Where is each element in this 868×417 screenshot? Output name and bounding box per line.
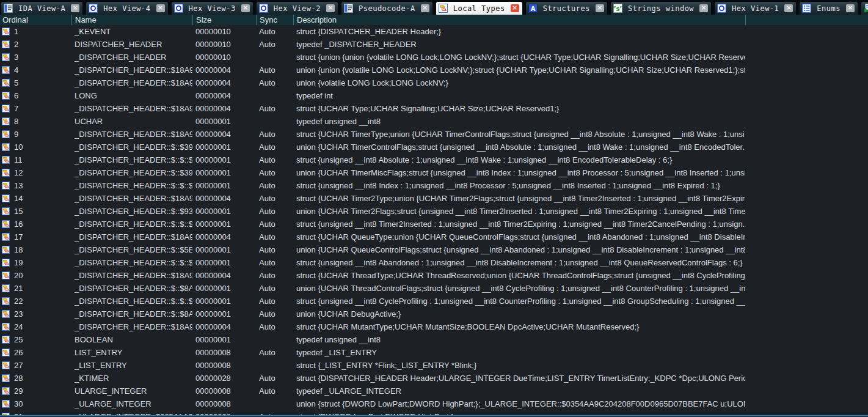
ordinal-value: 15	[14, 207, 23, 216]
column-header-size[interactable]: Size	[192, 15, 256, 25]
tab-close-icon[interactable]: ×	[699, 4, 708, 12]
table-row[interactable]: 19_DISPATCHER_HEADER::$::$::$1...0000000…	[0, 256, 868, 269]
cell-size: 00000001	[192, 245, 256, 254]
table-row[interactable]: 11_DISPATCHER_HEADER::$::$::$C...0000000…	[0, 153, 868, 166]
ordinal-value: 8	[14, 117, 18, 126]
table-row[interactable]: 9_DISPATCHER_HEADER::$18A9...00000004Aut…	[0, 128, 868, 141]
table-row[interactable]: 23_DISPATCHER_HEADER::$::$8A...00000001A…	[0, 308, 868, 320]
tab-close-icon[interactable]: ×	[71, 4, 79, 12]
cell-size: 00000001	[192, 117, 256, 126]
table-row[interactable]: 22_DISPATCHER_HEADER::$::$::$6...0000000…	[0, 295, 868, 308]
tab-local-types[interactable]: Local Types×	[436, 1, 523, 15]
cell-name: _LIST_ENTRY	[71, 361, 192, 370]
table-row[interactable]: 10_DISPATCHER_HEADER::$::$391...00000001…	[0, 141, 868, 153]
cell-ordinal: 19	[0, 258, 71, 267]
hex-view-icon	[174, 4, 183, 13]
table-row[interactable]: 27_LIST_ENTRY00000008struct {_LIST_ENTRY…	[0, 359, 868, 372]
strings-icon: ’s’	[613, 4, 622, 13]
cell-size: 00000008	[192, 348, 256, 357]
cell-description: struct {UCHAR ThreadType;UCHAR ThreadRes…	[293, 271, 745, 280]
cell-name: _DISPATCHER_HEADER::$::$::$1...	[71, 258, 192, 267]
table-row[interactable]: 20_DISPATCHER_HEADER::$18A9...00000004Au…	[0, 269, 868, 282]
type-icon	[2, 361, 10, 369]
tab-enums[interactable]: Enums×	[799, 1, 858, 15]
cell-sync: Auto	[256, 297, 293, 306]
cell-name: _DISPATCHER_HEADER::$::$::$C...	[71, 181, 192, 190]
table-row[interactable]: 7_DISPATCHER_HEADER::$18A9...00000004Aut…	[0, 102, 868, 115]
column-header-description[interactable]: Description	[293, 15, 745, 25]
cell-size: 00000004	[192, 271, 256, 280]
table-row[interactable]: 15_DISPATCHER_HEADER::$::$938...00000001…	[0, 205, 868, 218]
table-row[interactable]: 16_DISPATCHER_HEADER::$::$::$B...0000000…	[0, 218, 868, 231]
tab-structures[interactable]: AStructures×	[525, 1, 608, 15]
tab-close-icon[interactable]: ×	[596, 4, 604, 12]
table-row[interactable]: 2DISPATCHER_HEADER00000010Autotypedef _D…	[0, 38, 868, 51]
table-row[interactable]: 26LIST_ENTRY00000008Autotypedef _LIST_EN…	[0, 346, 868, 359]
table-row[interactable]: 24_DISPATCHER_HEADER::$18A9...00000004Au…	[0, 320, 868, 333]
column-header-ordinal[interactable]: Ordinal	[0, 15, 71, 25]
table-row[interactable]: 17_DISPATCHER_HEADER::$18A9...00000004Au…	[0, 231, 868, 243]
table-row[interactable]: 14_DISPATCHER_HEADER::$18A9...00000004Au…	[0, 192, 868, 205]
cell-description: struct {UCHAR Type;UCHAR Signalling;UCHA…	[293, 104, 745, 113]
cell-ordinal: 13	[0, 181, 71, 190]
tab-close-icon[interactable]: ×	[326, 4, 335, 12]
ordinal-value: 27	[14, 361, 23, 370]
cell-sync: Auto	[256, 258, 293, 267]
table-row[interactable]: 30_ULARGE_INTEGER00000008union {struct {…	[0, 397, 868, 410]
tab-close-icon[interactable]: ×	[421, 4, 429, 12]
cell-name: _DISPATCHER_HEADER	[71, 53, 192, 62]
column-header-sync[interactable]: Sync	[256, 15, 293, 25]
cell-sync: Auto	[256, 168, 293, 177]
table-row[interactable]: 25BOOLEAN00000001typedef unsigned __int8	[0, 333, 868, 346]
cell-description: struct {UCHAR QueueType;union {UCHAR Que…	[293, 232, 745, 242]
tab-strings-window[interactable]: ’s’Strings window×	[610, 1, 712, 15]
tab-hex-view-2[interactable]: Hex View-2×	[256, 1, 338, 15]
tab-hex-view-3[interactable]: Hex View-3×	[171, 1, 253, 15]
hex-view-icon	[717, 4, 726, 13]
table-row[interactable]: 29ULARGE_INTEGER00000008Autotypedef _ULA…	[0, 385, 868, 397]
cell-size: 00000004	[192, 130, 256, 139]
cell-ordinal: 1	[0, 27, 71, 36]
cell-ordinal: 3	[0, 53, 71, 62]
cell-size: 00000010	[192, 27, 256, 36]
tab-close-icon[interactable]: ×	[241, 4, 250, 12]
table-row[interactable]: 12_DISPATCHER_HEADER::$::$391...00000001…	[0, 166, 868, 179]
cell-size: 00000001	[192, 220, 256, 229]
type-icon	[2, 194, 10, 202]
tab-close-icon[interactable]: ×	[846, 4, 855, 12]
table-row[interactable]: 6LONG00000004typedef int	[0, 89, 868, 102]
table-row[interactable]: 28_KTIMER00000028Autostruct {DISPATCHER_…	[0, 372, 868, 385]
table-row[interactable]: 3_DISPATCHER_HEADER00000010struct {union…	[0, 51, 868, 64]
tab-close-icon[interactable]: ×	[784, 4, 793, 12]
cell-description: union {UCHAR Timer2Flags;struct {unsigne…	[293, 207, 745, 216]
tab-close-icon[interactable]: ×	[511, 4, 519, 12]
cell-description: struct {DISPATCHER_HEADER Header;}	[293, 27, 745, 36]
cell-size: 00000004	[192, 78, 256, 87]
cell-sync: Auto	[256, 309, 293, 319]
tab-hex-view-4[interactable]: Hex View-4×	[86, 1, 168, 15]
cell-size: 00000001	[192, 155, 256, 164]
table-row[interactable]: 13_DISPATCHER_HEADER::$::$::$C...0000000…	[0, 179, 868, 192]
table-row[interactable]: 21_DISPATCHER_HEADER::$::$8A...00000001A…	[0, 282, 868, 295]
type-icon	[2, 182, 10, 190]
tab-imports[interactable]: Imports×	[861, 1, 868, 15]
table-row[interactable]: 8UCHAR00000001typedef unsigned __int8	[0, 115, 868, 128]
cell-sync: Auto	[256, 142, 293, 152]
cell-name: _DISPATCHER_HEADER::$18A9...	[71, 322, 192, 331]
table-row[interactable]: 4_DISPATCHER_HEADER::$18A9...00000004Aut…	[0, 64, 868, 76]
table-row[interactable]: 18_DISPATCHER_HEADER::$::$5B...00000001A…	[0, 243, 868, 256]
cell-sync: Auto	[256, 348, 293, 357]
table-row[interactable]: 1_KEVENT00000010Autostruct {DISPATCHER_H…	[0, 25, 868, 38]
cell-description: union {UCHAR TimerControlFlags;struct {u…	[293, 142, 745, 152]
tab-pseudocode-a[interactable]: Pseudocode-A×	[341, 1, 433, 15]
cell-ordinal: 29	[0, 386, 71, 396]
tab-ida-view-a[interactable]: IDA View-A×	[1, 1, 83, 15]
tab-label: IDA View-A	[16, 4, 67, 13]
cell-sync: Auto	[256, 322, 293, 331]
tab-hex-view-1[interactable]: Hex View-1×	[714, 1, 797, 15]
column-header-name[interactable]: Name	[71, 15, 192, 25]
tab-close-icon[interactable]: ×	[156, 4, 165, 12]
cell-size: 00000028	[192, 374, 256, 383]
table-row[interactable]: 5_DISPATCHER_HEADER::$18A9...00000004Aut…	[0, 76, 868, 89]
cell-name: DISPATCHER_HEADER	[71, 40, 192, 49]
